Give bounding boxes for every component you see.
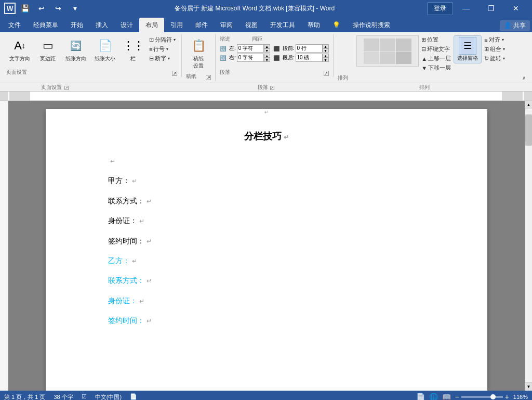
doc-para-jia[interactable]: 甲方：↵: [108, 175, 425, 186]
backward-btn[interactable]: ▼ 下移一层: [420, 63, 453, 72]
tab-search[interactable]: 操作说明搜索: [347, 18, 396, 32]
before-spacing-down[interactable]: ▼: [323, 48, 329, 53]
doc-para-shenfenzheng1[interactable]: 身份证：↵: [108, 215, 425, 226]
share-button[interactable]: 👤 共享: [500, 20, 530, 31]
page-setup-section-expand[interactable]: ↗: [64, 86, 69, 90]
tab-help[interactable]: 帮助: [301, 18, 326, 32]
rotate-btn[interactable]: ↻ 旋转 ▾: [483, 54, 507, 63]
tab-dev[interactable]: 开发工具: [264, 18, 301, 32]
tab-reference[interactable]: 引用: [164, 18, 189, 32]
ribbon-collapse-btn[interactable]: ∧: [522, 75, 526, 81]
before-spacing-spinner[interactable]: ▲ ▼: [296, 44, 329, 53]
tab-mail[interactable]: 邮件: [189, 18, 214, 32]
scroll-up-btn[interactable]: ▲: [525, 101, 532, 109]
doc-para-lianxi2[interactable]: 联系方式：↵: [108, 275, 425, 286]
after-spacing-spinbtns[interactable]: ▲ ▼: [323, 54, 329, 62]
after-spacing-down[interactable]: ▼: [323, 58, 329, 62]
doc-para-shenfenzheng2[interactable]: 身份证：↵: [108, 295, 425, 306]
rotate-icon: ↻: [484, 55, 489, 62]
paper-size-btn[interactable]: 📄 纸张大小: [91, 35, 118, 63]
document-title: 分栏技巧↵: [108, 130, 425, 143]
line-numbers-btn[interactable]: ≡ 行号 ▾: [148, 45, 177, 54]
undo-btn[interactable]: ↩: [34, 1, 49, 16]
right-scrollbar[interactable]: ▲ ▼: [525, 101, 532, 391]
forward-btn[interactable]: ▲ 上移一层: [420, 54, 453, 63]
orientation-btn[interactable]: 🔄 纸张方向: [62, 35, 89, 63]
scroll-thumb[interactable]: [525, 114, 532, 146]
doc-para-yi[interactable]: 乙方：↵: [108, 255, 425, 266]
draft-settings-icon: 📋: [189, 36, 208, 55]
title-bar-right: 登录 — ❐ ✕: [427, 0, 528, 17]
doc-status-icon: 📄: [130, 393, 137, 401]
tab-design[interactable]: 设计: [114, 18, 139, 32]
doc-para-lianxi1[interactable]: 联系方式：↵: [108, 195, 425, 207]
left-indent-up[interactable]: ▲: [264, 44, 270, 48]
draft-settings-btn[interactable]: 📋 稿纸设置: [186, 35, 211, 71]
hyphenation-icon: ⊟: [149, 55, 154, 62]
word-icon: W: [4, 3, 16, 14]
right-indent-icon: 🔣: [220, 55, 228, 61]
tab-search-icon[interactable]: 💡: [326, 18, 347, 32]
align-btn[interactable]: ≡ 对齐 ▾: [483, 35, 507, 44]
paragraph-section-expand[interactable]: ↗: [270, 86, 274, 90]
after-spacing-spinner[interactable]: ▲ ▼: [296, 54, 329, 62]
customize-quick-btn[interactable]: ▾: [68, 1, 82, 16]
wrap-text-btn[interactable]: ⊟ 环绕文字: [420, 45, 453, 54]
before-spacing-spinbtns[interactable]: ▲ ▼: [323, 44, 329, 53]
left-indent-spinbtns[interactable]: ▲ ▼: [264, 44, 270, 53]
right-indent-spinner[interactable]: ▲ ▼: [237, 54, 270, 62]
tab-insert[interactable]: 插入: [89, 18, 114, 32]
select-pane-btn[interactable]: ☰ 选择窗格: [454, 35, 482, 63]
group-btn[interactable]: ⊞ 组合 ▾: [483, 45, 507, 54]
scroll-track[interactable]: [525, 109, 532, 382]
right-indent-input[interactable]: [237, 54, 264, 62]
after-spacing-input[interactable]: [296, 54, 323, 62]
scroll-down-btn[interactable]: ▼: [525, 382, 532, 391]
zoom-level[interactable]: 116%: [511, 394, 528, 400]
redo-btn[interactable]: ↪: [51, 1, 65, 16]
save-quick-btn[interactable]: 💾: [18, 1, 32, 16]
tab-review[interactable]: 审阅: [214, 18, 239, 32]
left-indent-down[interactable]: ▼: [264, 48, 270, 53]
right-indent-down[interactable]: ▼: [264, 58, 270, 62]
left-indent-input[interactable]: [237, 44, 264, 53]
position-btn[interactable]: ⊞ 位置: [420, 35, 453, 44]
zoom-plus-btn[interactable]: +: [505, 393, 509, 400]
doc-para-qianyue2[interactable]: 签约时间：↵: [108, 315, 425, 326]
tab-file[interactable]: 文件: [2, 18, 27, 32]
columns-btn[interactable]: ⋮⋮ 栏: [121, 35, 145, 63]
paragraph-expand[interactable]: ↗: [324, 71, 329, 76]
hyphenation-btn[interactable]: ⊟ 断字 ▾: [148, 54, 177, 63]
view-print-btn[interactable]: 📄: [416, 393, 425, 400]
view-web-btn[interactable]: 🌐: [429, 393, 438, 400]
margins-btn[interactable]: ▭ 页边距: [35, 35, 60, 63]
left-indent-spinner[interactable]: ▲ ▼: [237, 44, 270, 53]
group-dropdown: ▾: [503, 47, 505, 51]
login-button[interactable]: 登录: [427, 2, 453, 15]
tab-layout[interactable]: 布局: [139, 18, 164, 32]
after-spacing-up[interactable]: ▲: [323, 54, 329, 58]
before-spacing-label: 段前:: [283, 45, 295, 52]
tab-classic[interactable]: 经典菜单: [27, 18, 64, 32]
tab-home[interactable]: 开始: [64, 18, 89, 32]
zoom-thumb: [490, 394, 496, 399]
tabs-bar: 文件 经典菜单 开始 插入 设计 布局 引用 邮件 审阅 视图 开发工具 帮助 …: [0, 17, 532, 32]
draft-expand[interactable]: ↗: [206, 75, 211, 80]
zoom-slider[interactable]: [461, 396, 503, 398]
before-spacing-input[interactable]: [296, 44, 323, 53]
close-button[interactable]: ✕: [504, 0, 528, 17]
tab-view[interactable]: 视图: [239, 18, 264, 32]
doc-para-qianyue1[interactable]: 签约时间：↵: [108, 235, 425, 247]
before-spacing-up[interactable]: ▲: [323, 44, 329, 48]
right-indent-spinbtns[interactable]: ▲ ▼: [264, 54, 270, 62]
right-indent-up[interactable]: ▲: [264, 54, 270, 58]
breaks-btn[interactable]: ⊡ 分隔符 ▾: [148, 35, 177, 44]
document-area[interactable]: ↵ 分栏技巧↵ ↵ 甲方：↵ 联系方式：↵ 身份证：↵ 签约时间：↵: [8, 101, 525, 391]
page-setup-expand[interactable]: ↗: [172, 71, 177, 76]
view-read-btn[interactable]: 📖: [442, 393, 451, 400]
restore-button[interactable]: ❐: [479, 0, 503, 17]
text-direction-btn[interactable]: A↕ 文字方向: [6, 35, 33, 63]
minimize-button[interactable]: —: [454, 0, 478, 17]
zoom-minus-btn[interactable]: −: [455, 393, 459, 400]
ruler: [0, 92, 532, 101]
